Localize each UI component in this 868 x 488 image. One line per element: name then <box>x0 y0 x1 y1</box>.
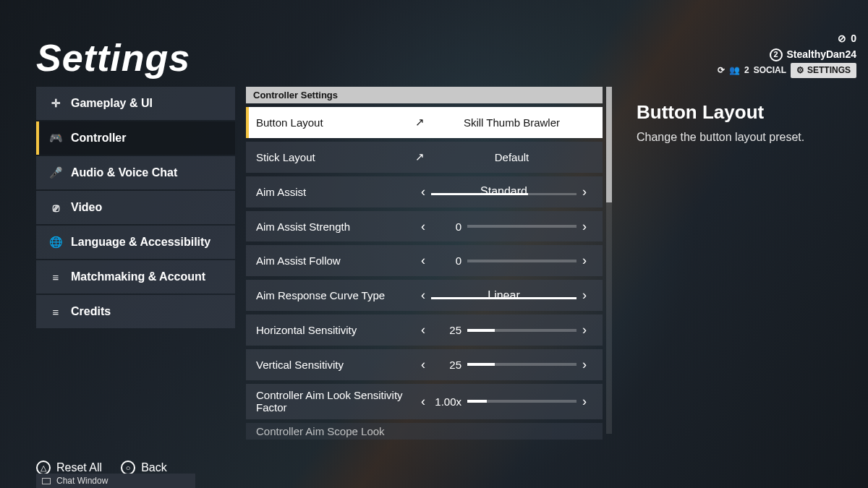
scrollbar-thumb[interactable] <box>606 87 612 202</box>
setting-row-controller-aim-look-sensitivity-factor[interactable]: Controller Aim Look Sensitivity Factor‹1… <box>246 384 603 419</box>
slider-value: 0 <box>431 254 461 267</box>
chevron-right-icon[interactable]: › <box>576 219 592 234</box>
social-label[interactable]: SOCIAL <box>754 64 786 77</box>
slider-track[interactable] <box>467 329 576 332</box>
slider-value: 25 <box>431 359 461 371</box>
setting-row-vertical-sensitivity[interactable]: Vertical Sensitivity‹25› <box>246 349 603 380</box>
detail-pane: Button Layout Change the button layout p… <box>637 101 854 144</box>
sidebar-item-label: Credits <box>71 305 111 318</box>
sidebar-item-matchmaking-account[interactable]: ≡Matchmaking & Account <box>36 260 235 294</box>
settings-list: Button Layout↗Skill Thumb BrawlerStick L… <box>246 107 603 440</box>
chevron-left-icon[interactable]: ‹ <box>415 322 431 338</box>
player-name: StealthyDan24 <box>787 46 856 62</box>
sidebar-item-gameplay-ui[interactable]: ✛Gameplay & UI <box>36 87 235 120</box>
monitor-icon: ⎚ <box>49 202 62 214</box>
setting-value: Skill Thumb Brawler <box>431 116 592 129</box>
setting-value-wrap: Linear <box>431 289 576 302</box>
back-hint[interactable]: ○ Back <box>121 461 167 475</box>
top-right-hud: ⊘ 0 2 StealthyDan24 ⟳ 👥 2 SOCIAL ⚙ SETTI… <box>718 30 856 78</box>
sidebar-item-controller[interactable]: 🎮Controller <box>36 121 235 155</box>
list-icon: ≡ <box>49 271 62 283</box>
slider[interactable]: 25 <box>431 359 576 371</box>
option-indicator <box>431 193 576 195</box>
chevron-left-icon[interactable]: ‹ <box>415 253 431 268</box>
sidebar: ✛Gameplay & UI🎮Controller🎤Audio & Voice … <box>36 87 235 328</box>
detail-title: Button Layout <box>637 101 854 124</box>
slider[interactable]: 0 <box>431 221 576 233</box>
setting-label: Controller Aim Scope Look <box>256 425 415 437</box>
sidebar-item-label: Video <box>71 201 102 214</box>
triangle-button-icon: △ <box>36 461 51 475</box>
slider-value: 25 <box>431 324 461 336</box>
slider[interactable]: 1.00x <box>431 395 576 408</box>
slider-fill <box>467 363 495 366</box>
chevron-left-icon[interactable]: ‹ <box>415 394 431 409</box>
sidebar-item-credits[interactable]: ≡Credits <box>36 295 235 328</box>
gear-icon: ⚙ <box>796 64 804 77</box>
reset-all-label: Reset All <box>56 461 102 474</box>
sidebar-item-language-accessibility[interactable]: 🌐Language & Accessibility <box>36 226 235 259</box>
chevron-right-icon[interactable]: › <box>576 394 592 409</box>
slider[interactable]: 25 <box>431 324 576 336</box>
slider[interactable]: 0 <box>431 254 576 267</box>
external-link-icon: ↗ <box>415 116 431 129</box>
chevron-right-icon[interactable]: › <box>576 288 592 303</box>
reset-all-hint[interactable]: △ Reset All <box>36 461 102 475</box>
slider-fill <box>467 400 487 403</box>
globe-icon: 🌐 <box>49 236 62 249</box>
currency-value: 0 <box>851 30 856 46</box>
sidebar-item-label: Audio & Voice Chat <box>71 166 177 179</box>
clock-icon: ⟳ <box>718 64 725 77</box>
people-icon: 👥 <box>729 64 740 77</box>
chevron-left-icon[interactable]: ‹ <box>415 357 431 372</box>
chat-icon <box>42 478 51 484</box>
crosshair-icon: ✛ <box>49 97 62 110</box>
setting-row-aim-response-curve-type[interactable]: Aim Response Curve Type‹Linear› <box>246 280 603 311</box>
scrollbar-track[interactable] <box>606 87 612 434</box>
sidebar-item-label: Gameplay & UI <box>71 97 153 110</box>
setting-value: Standard <box>480 185 527 198</box>
footer-hints: △ Reset All ○ Back <box>36 461 167 475</box>
settings-pill[interactable]: ⚙ SETTINGS <box>791 63 856 78</box>
setting-label: Vertical Sensitivity <box>256 359 415 371</box>
setting-row-aim-assist-follow[interactable]: Aim Assist Follow‹0› <box>246 245 603 276</box>
setting-label: Aim Response Curve Type <box>256 289 415 301</box>
back-label: Back <box>141 461 167 474</box>
setting-row-aim-assist-strength[interactable]: Aim Assist Strength‹0› <box>246 211 603 242</box>
detail-description: Change the button layout preset. <box>637 131 854 144</box>
chevron-left-icon[interactable]: ‹ <box>415 219 431 234</box>
setting-label: Stick Layout <box>256 151 415 163</box>
setting-row-controller-aim-scope-look[interactable]: Controller Aim Scope Look <box>246 423 603 440</box>
setting-label: Horizontal Sensitivity <box>256 324 415 336</box>
chevron-right-icon[interactable]: › <box>576 184 592 200</box>
chat-window-tab[interactable]: Chat Window <box>36 474 195 488</box>
chevron-left-icon[interactable]: ‹ <box>415 288 431 303</box>
external-link-icon: ↗ <box>415 150 431 163</box>
setting-label: Aim Assist Follow <box>256 254 415 267</box>
slider-track[interactable] <box>467 400 576 403</box>
slider-value: 0 <box>431 221 461 233</box>
slider-track[interactable] <box>467 225 576 228</box>
chevron-right-icon[interactable]: › <box>576 253 592 268</box>
chevron-left-icon[interactable]: ‹ <box>415 184 431 200</box>
chevron-right-icon[interactable]: › <box>576 322 592 338</box>
sidebar-item-video[interactable]: ⎚Video <box>36 191 235 224</box>
settings-column: Controller Settings Button Layout↗Skill … <box>246 87 603 440</box>
settings-pill-label: SETTINGS <box>807 64 851 77</box>
slider-track[interactable] <box>467 260 576 262</box>
setting-row-stick-layout[interactable]: Stick Layout↗Default <box>246 142 603 173</box>
setting-value-wrap: Standard <box>431 185 576 198</box>
setting-label: Aim Assist <box>256 186 415 198</box>
chevron-right-icon[interactable]: › <box>576 357 592 372</box>
slider-track[interactable] <box>467 363 576 366</box>
option-indicator <box>431 297 576 299</box>
setting-row-horizontal-sensitivity[interactable]: Horizontal Sensitivity‹25› <box>246 314 603 346</box>
setting-row-aim-assist[interactable]: Aim Assist‹Standard› <box>246 176 603 207</box>
slider-value: 1.00x <box>431 395 461 408</box>
player-number-badge: 2 <box>770 48 783 61</box>
sidebar-item-audio-voice-chat[interactable]: 🎤Audio & Voice Chat <box>36 156 235 189</box>
friends-count: 2 <box>744 64 749 77</box>
setting-row-button-layout[interactable]: Button Layout↗Skill Thumb Brawler <box>246 107 603 138</box>
gamepad-icon: 🎮 <box>49 132 62 145</box>
section-header: Controller Settings <box>246 87 603 103</box>
